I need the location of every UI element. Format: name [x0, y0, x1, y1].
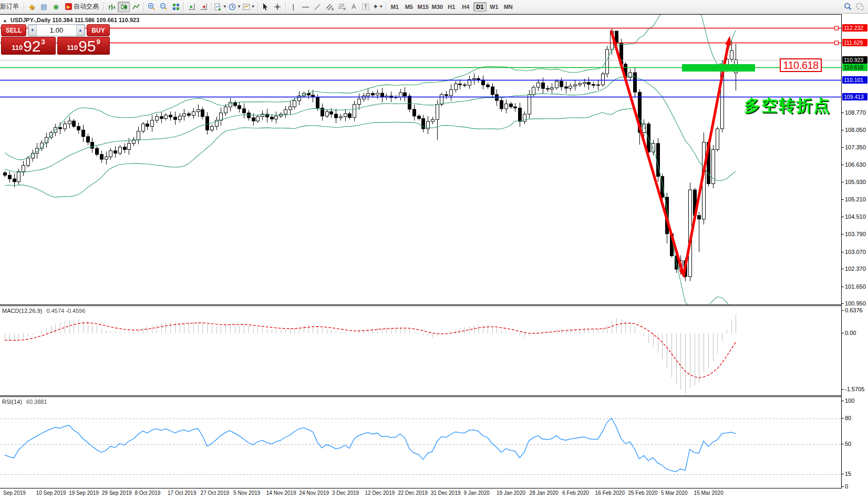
- arrows-button[interactable]: ✦ ▼: [372, 2, 384, 12]
- candlestick-button[interactable]: [118, 2, 130, 12]
- search-button[interactable]: [842, 2, 854, 12]
- price-badge: 111.629: [842, 39, 867, 46]
- timeframe-m15[interactable]: M15: [417, 2, 430, 12]
- zoom-out-icon: [159, 2, 168, 11]
- data-window-button[interactable]: ▤: [38, 2, 50, 12]
- one-click-trading-panel: SELL ▼ ▲ BUY 110 92 3 110 95 9: [1, 24, 110, 55]
- fibonacci-icon: F: [337, 3, 346, 11]
- price-axis[interactable]: 112.232111.629110.923110.618110.101109.4…: [841, 14, 868, 488]
- time-axis[interactable]: Sep 201910 Sep 201919 Sep 201929 Sep 201…: [0, 488, 841, 499]
- volume-increase-button[interactable]: ▲: [76, 25, 85, 36]
- timeframe-w1[interactable]: W1: [488, 2, 501, 12]
- timeframe-h4[interactable]: H4: [459, 2, 472, 12]
- autotrading-button[interactable]: ▶ 自动交易: [62, 2, 102, 12]
- timeframe-d1[interactable]: D1: [473, 2, 487, 12]
- symbol-period-label: USDJPY-,Daily: [11, 17, 50, 23]
- highlight-zone[interactable]: [682, 64, 755, 72]
- periods-icon: [228, 3, 236, 11]
- chinese-annotation[interactable]: 多空转折点: [744, 95, 831, 117]
- rsi-pane[interactable]: RSI(14) 60.3881: [0, 396, 841, 488]
- line-chart-icon: [132, 3, 140, 11]
- date-label: 25 Feb 2020: [628, 490, 657, 496]
- crosshair-icon: [273, 3, 282, 11]
- bar-chart-icon: [108, 3, 116, 11]
- timeframe-m1[interactable]: M1: [388, 2, 401, 12]
- date-label: 5 Nov 2019: [233, 490, 260, 496]
- buy-price-display[interactable]: 110 95 9: [57, 37, 110, 55]
- date-label: 19 Sep 2019: [69, 490, 99, 496]
- new-order-button[interactable]: 新订单: [0, 2, 22, 12]
- sell-button[interactable]: SELL: [1, 24, 26, 36]
- date-label: Sep 2019: [3, 490, 26, 496]
- horizontal-line-button[interactable]: —: [299, 2, 312, 12]
- timeframe-m5[interactable]: M5: [402, 2, 416, 12]
- macd-name: MACD(12,26,9): [2, 308, 42, 314]
- templates-button[interactable]: ▼: [242, 2, 256, 12]
- price-tick-label: 102.370: [845, 266, 866, 272]
- axis-tick: [842, 486, 844, 487]
- timeframe-h1[interactable]: H1: [445, 2, 458, 12]
- indicators-button[interactable]: ▼: [213, 2, 228, 12]
- vertical-line-button[interactable]: |: [287, 2, 299, 12]
- channel-button[interactable]: E: [324, 2, 336, 12]
- market-watch-button[interactable]: ◆: [26, 2, 38, 12]
- axis-tick: [842, 130, 844, 130]
- axis-tick: [842, 474, 844, 474]
- timeframe-mn[interactable]: MN: [502, 2, 515, 12]
- chat-button[interactable]: [854, 2, 866, 12]
- buy-button[interactable]: BUY: [87, 24, 110, 36]
- bar-chart-button[interactable]: [106, 2, 118, 12]
- rsi-tick-label: 80: [845, 415, 851, 421]
- tile-windows-button[interactable]: [170, 2, 182, 12]
- cursor-icon: [261, 3, 270, 11]
- text-label-button[interactable]: T: [360, 2, 372, 12]
- separator: [183, 2, 184, 12]
- axis-tick: [842, 389, 844, 390]
- auto-scroll-button[interactable]: [185, 2, 198, 12]
- buy-button-label: BUY: [91, 27, 105, 34]
- main-chart-canvas[interactable]: [0, 15, 841, 304]
- buy-price-sup: 9: [97, 38, 100, 46]
- volume-control: ▼ ▲: [28, 24, 85, 36]
- rsi-canvas[interactable]: [0, 398, 841, 488]
- chevron-down-icon: ▼: [223, 4, 227, 9]
- svg-text:E: E: [332, 7, 334, 11]
- new-order-label: 新订单: [0, 2, 19, 11]
- separator: [386, 2, 386, 12]
- chevron-down-icon: ▼: [30, 28, 35, 33]
- axis-tick: [842, 310, 844, 311]
- timeframe-m30[interactable]: M30: [431, 2, 444, 12]
- trendline-button[interactable]: ／: [312, 2, 324, 12]
- navigator-button[interactable]: ◉: [50, 2, 62, 12]
- rsi-label: RSI(14) 60.3881: [2, 399, 47, 405]
- sell-price-display[interactable]: 110 92 3: [1, 37, 56, 55]
- cursor-button[interactable]: [260, 2, 272, 12]
- zoom-in-button[interactable]: [146, 2, 158, 12]
- price-tick-label: 107.350: [845, 144, 866, 150]
- price-badge: 110.618: [842, 64, 867, 71]
- line-chart-button[interactable]: [130, 2, 142, 12]
- text-button[interactable]: A: [348, 2, 360, 12]
- fibonacci-button[interactable]: F: [336, 2, 348, 12]
- chart-ohlc-title: ▲ USDJPY-,Daily 110.384 111.586 109.661 …: [3, 17, 139, 23]
- zoom-out-button[interactable]: [158, 2, 170, 12]
- triangle-up-icon: ▲: [3, 18, 7, 23]
- price-badge: 109.413: [842, 93, 867, 100]
- periods-button[interactable]: ▼: [228, 2, 242, 12]
- main-chart-pane[interactable]: ▲ USDJPY-,Daily 110.384 111.586 109.661 …: [0, 14, 841, 305]
- navigator-icon: ◉: [53, 3, 59, 10]
- search-icon: [843, 2, 852, 11]
- text-icon: A: [352, 4, 356, 10]
- macd-pane[interactable]: MACD(12,26,9) 0.4574 -0.4596: [0, 305, 841, 396]
- chart-shift-button[interactable]: [198, 2, 210, 12]
- volume-input[interactable]: [37, 25, 76, 36]
- macd-values: 0.4574 -0.4596: [46, 308, 85, 314]
- rsi-value: 60.3881: [26, 399, 47, 405]
- volume-decrease-button[interactable]: ▼: [28, 25, 37, 36]
- separator: [143, 2, 144, 12]
- macd-canvas[interactable]: [0, 307, 841, 396]
- date-label: 3 Dec 2019: [332, 490, 359, 496]
- macd-tick-label: -1.5705: [845, 386, 864, 392]
- price-callout-label[interactable]: 110.618: [780, 58, 822, 72]
- crosshair-button[interactable]: [272, 2, 284, 12]
